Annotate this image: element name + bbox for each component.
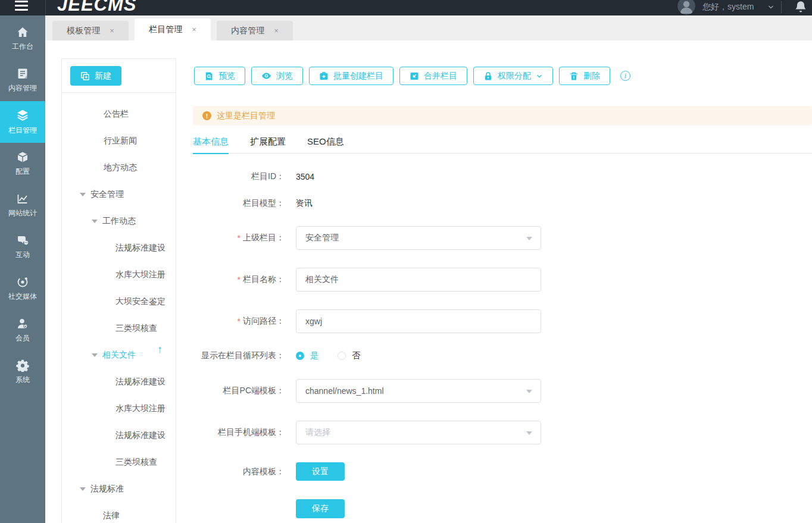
sidebar-item-system[interactable]: 系统 — [0, 351, 45, 393]
browse-button[interactable]: 浏览 — [251, 67, 303, 85]
close-icon[interactable]: × — [274, 26, 279, 35]
move-up-icon[interactable]: ↑ — [157, 343, 163, 356]
show-in-loop-label: 显示在栏目循环列表： — [193, 350, 285, 361]
caret-down-icon[interactable] — [80, 193, 86, 196]
parent-channel-row: *上级栏目： 安全管理 — [193, 226, 541, 250]
sidebar-item-members[interactable]: 会员 — [0, 309, 45, 351]
sidebar-item-interaction[interactable]: 互动 — [0, 226, 45, 268]
content-template-label: 内容模板： — [193, 466, 285, 477]
pc-template-select[interactable]: channel/news_1.html — [296, 379, 541, 403]
open-tabs-bar: 模板管理 × 栏目管理 × 内容管理 × — [45, 15, 812, 40]
channel-detail-panel: 预览 浏览 批量创建栏目 合并栏目 — [193, 57, 812, 523]
user-chevron-down-icon[interactable] — [767, 4, 774, 11]
tree-item[interactable]: 水库大坝注册 — [62, 261, 176, 288]
trash-icon — [569, 71, 579, 81]
tab-extended-config[interactable]: 扩展配置 — [250, 136, 286, 154]
tree-item[interactable]: 法规标准建设 — [62, 368, 176, 395]
merge-channels-button[interactable]: 合并栏目 — [399, 67, 467, 85]
access-path-input[interactable] — [296, 309, 541, 333]
channel-model-label: 栏目模型： — [193, 198, 285, 209]
preview-button[interactable]: 预览 — [194, 67, 245, 85]
channel-model-row: 栏目模型： 资讯 — [193, 197, 541, 210]
parent-channel-select[interactable]: 安全管理 — [296, 226, 541, 250]
channel-name-label: 栏目名称： — [243, 274, 285, 285]
content-template-set-button[interactable]: 设置 — [296, 462, 345, 481]
info-alert-banner: ! 这里是栏目管理 — [193, 106, 812, 126]
notification-bell-icon[interactable] — [794, 0, 807, 14]
tab-seo-info[interactable]: SEO信息 — [307, 136, 344, 154]
topbar-separator — [781, 1, 782, 13]
mobile-template-row: 栏目手机端模板： 请选择 — [193, 421, 541, 444]
tree-item[interactable]: 公告栏 — [62, 101, 176, 127]
tab-template-management[interactable]: 模板管理 × — [52, 21, 129, 40]
jeecms-logo: JEECMS — [57, 0, 136, 15]
jeecms-admin-window: JEECMS 您好，system 工作台 — [0, 0, 812, 523]
batch-create-icon — [319, 71, 329, 81]
home-icon — [16, 26, 29, 39]
merge-icon — [410, 71, 419, 81]
batch-create-button[interactable]: 批量创建栏目 — [309, 67, 393, 85]
tree-item[interactable]: 法规标准建设 — [62, 422, 176, 449]
caret-down-icon[interactable] — [92, 220, 98, 223]
close-icon[interactable]: × — [192, 25, 196, 34]
select-caret-icon — [526, 390, 532, 393]
required-mark: * — [238, 275, 241, 284]
topbar-divider — [45, 0, 46, 15]
radio-yes[interactable] — [296, 352, 304, 360]
channel-id-row: 栏目ID： 3504 — [193, 170, 541, 183]
sidebar-item-channels[interactable]: 栏目管理 — [0, 101, 45, 143]
user-avatar[interactable] — [677, 0, 695, 15]
permission-assign-button[interactable]: 权限分配 — [473, 67, 553, 85]
tree-item[interactable]: 大坝安全鉴定 — [62, 288, 176, 315]
sidebar-item-workbench[interactable]: 工作台 — [0, 18, 45, 59]
menu-toggle-icon[interactable] — [15, 1, 28, 13]
tree-item[interactable]: 水库大坝注册 — [62, 395, 176, 422]
tree-item[interactable]: 法规标准建设 — [62, 234, 176, 261]
pc-template-label: 栏目PC端模板： — [193, 386, 285, 396]
tree-item[interactable]: 地方动态 — [62, 154, 176, 181]
tree-item[interactable]: 法规标准 — [62, 475, 176, 502]
form-tabs: 基本信息 扩展配置 SEO信息 — [193, 136, 344, 154]
tree-item[interactable]: 三类坝核查 — [62, 449, 176, 475]
channel-toolbar: 预览 浏览 批量创建栏目 合并栏目 — [194, 67, 630, 85]
tab-channel-management[interactable]: 栏目管理 × — [135, 18, 211, 40]
tab-content-management[interactable]: 内容管理 × — [217, 21, 293, 40]
gear-icon — [16, 359, 29, 372]
channel-name-input[interactable] — [296, 268, 541, 292]
layers-icon — [15, 108, 30, 123]
tree-item[interactable]: 行业新闻 — [62, 127, 176, 154]
channel-model-value: 资讯 — [296, 198, 313, 209]
chevron-down-icon — [536, 73, 543, 80]
radio-no[interactable] — [338, 352, 346, 360]
sidebar-item-statistics[interactable]: 网站统计 — [0, 184, 45, 226]
save-button[interactable]: 保存 — [296, 499, 345, 518]
topbar: JEECMS 您好，system — [0, 0, 812, 15]
social-icon — [16, 275, 29, 289]
content-icon — [16, 67, 29, 80]
tree-item[interactable]: 法律 — [62, 502, 176, 523]
pc-template-row: 栏目PC端模板： channel/news_1.html — [193, 379, 541, 403]
new-channel-button[interactable]: 新建 — [70, 66, 121, 86]
sidebar-item-social-media[interactable]: 社交媒体 — [0, 268, 45, 309]
save-row: 保存 — [193, 499, 541, 518]
tree-item-selected[interactable]: 相关文件 ↑ — [62, 342, 176, 368]
delete-button[interactable]: 删除 — [559, 67, 610, 85]
tree-item[interactable]: 安全管理 — [62, 181, 176, 208]
radio-yes-label[interactable]: 是 — [310, 350, 318, 361]
caret-down-icon[interactable] — [92, 353, 98, 357]
mobile-template-select[interactable]: 请选择 — [296, 421, 541, 444]
parent-channel-label: 上级栏目： — [243, 233, 285, 243]
tree-item[interactable]: 工作动态 — [62, 208, 176, 234]
close-icon[interactable]: × — [110, 26, 114, 35]
info-icon[interactable]: i — [620, 71, 630, 81]
eye-icon — [261, 71, 271, 81]
tree-item[interactable]: 三类坝核查 — [62, 315, 176, 342]
tab-basic-info[interactable]: 基本信息 — [193, 136, 229, 154]
chat-icon — [16, 234, 29, 247]
channel-tree: 公告栏 行业新闻 地方动态 安全管理 工作动态 法规标准建设 水库大坝注册 大坝… — [62, 93, 176, 523]
radio-no-label[interactable]: 否 — [352, 350, 360, 361]
sidebar-item-content[interactable]: 内容管理 — [0, 59, 45, 101]
user-greeting[interactable]: 您好，system — [702, 2, 754, 12]
caret-down-icon[interactable] — [80, 487, 86, 491]
sidebar-item-config[interactable]: 配置 — [0, 143, 45, 184]
